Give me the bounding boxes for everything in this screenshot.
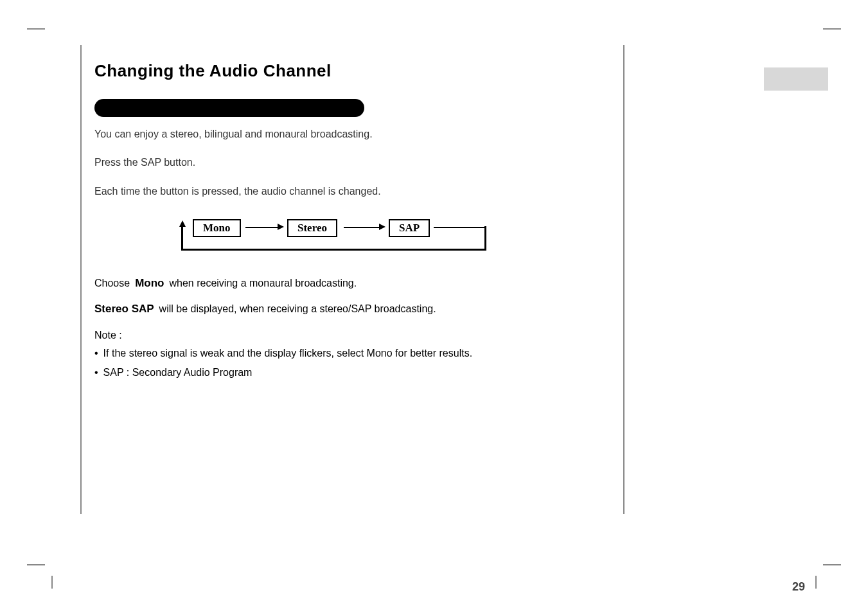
notes-section: Note : • If the stereo signal is weak an… (94, 330, 598, 380)
crop-mark (27, 564, 45, 565)
side-tab (764, 67, 828, 91)
mode-box-stereo: Stereo (287, 219, 337, 237)
bullet-icon: • (94, 364, 98, 381)
intro-line-2: Each time the button is pressed, the aud… (94, 183, 598, 200)
mono-instruction: Choose Mono when receiving a monaural br… (94, 277, 598, 290)
page-number: 29 (792, 580, 805, 594)
mode-box-mono: Mono (193, 219, 241, 237)
mode-box-sap: SAP (389, 219, 430, 237)
body-text: You can enjoy a stereo, bilingual and mo… (94, 126, 598, 200)
arrow-icon (179, 220, 186, 227)
page-title: Changing the Audio Channel (94, 61, 598, 81)
stereo-sap-label: Stereo SAP (94, 303, 154, 315)
intro-line-1: You can enjoy a stereo, bilingual and mo… (94, 126, 598, 143)
crop-tick (51, 576, 53, 589)
diagram-line (344, 227, 379, 228)
choose-suffix: when receiving a monaural broadcasting. (169, 278, 357, 289)
note-item: • SAP : Secondary Audio Program (94, 364, 598, 381)
diagram-line (181, 226, 183, 251)
diagram-line (245, 227, 278, 228)
crop-mark (823, 28, 841, 30)
crop-mark (823, 564, 841, 565)
bullet-icon: • (94, 345, 98, 362)
arrow-icon (278, 224, 284, 230)
note-text: SAP : Secondary Audio Program (103, 364, 252, 381)
arrow-icon (379, 224, 385, 230)
heading-bar (94, 99, 364, 117)
diagram-line (181, 249, 486, 251)
page-content: Changing the Audio Channel You can enjoy… (80, 45, 623, 514)
note-text: If the stereo signal is weak and the dis… (103, 345, 473, 362)
mode-cycle-diagram: Mono Stereo SAP (181, 219, 486, 258)
diagram-line (434, 227, 486, 228)
diagram-line (484, 226, 486, 235)
press-instruction: Press the SAP button. (94, 154, 598, 171)
stereo-sap-instruction: Stereo SAP will be displayed, when recei… (94, 303, 598, 315)
mono-label: Mono (135, 277, 164, 290)
crop-tick (815, 576, 817, 589)
notes-label: Note : (94, 330, 598, 341)
note-item: • If the stereo signal is weak and the d… (94, 345, 598, 362)
column-divider (623, 45, 624, 514)
crop-mark (27, 28, 45, 30)
stereo-sap-text: will be displayed, when receiving a ster… (159, 303, 436, 315)
choose-prefix: Choose (94, 278, 130, 289)
